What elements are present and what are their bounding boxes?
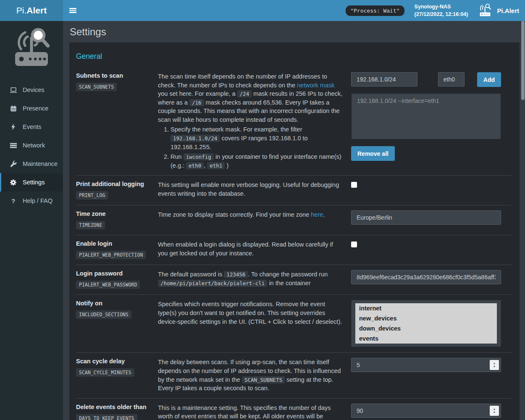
setting-control: ▲▼ xyxy=(351,404,511,420)
text-segment: ) xyxy=(225,162,228,169)
setting-description: The default password is 123456. To chang… xyxy=(158,270,351,289)
text-segment: Run xyxy=(171,153,184,160)
setting-control xyxy=(351,240,511,259)
number-spinner[interactable]: ▲▼ xyxy=(490,406,499,416)
inline-code: iwconfig xyxy=(184,153,214,160)
number-input-wrap: ▲▼ xyxy=(351,404,501,418)
inline-code: 192.168.1.0/24 xyxy=(171,135,220,142)
number-input[interactable] xyxy=(351,404,501,418)
sidebar-item-events[interactable]: Events xyxy=(0,118,63,136)
setting-label-column: Time zoneTIMEZONE xyxy=(76,210,158,229)
text-input[interactable] xyxy=(351,210,501,225)
question-icon: ? xyxy=(9,197,17,205)
settings-row: Scan cycle delaySCAN_CYCLE_MINUTESThe de… xyxy=(76,352,511,398)
setting-code-badge: SCAN_CYCLE_MINUTES xyxy=(76,368,134,377)
setting-description: When enabled a login dialog is displayed… xyxy=(158,240,351,259)
brand-prefix: Pi. xyxy=(16,5,27,16)
inline-link[interactable]: here xyxy=(311,211,323,218)
sidebar-item-maintenance[interactable]: Maintenance xyxy=(0,155,63,173)
text-segment: Specifies which events trigger notificat… xyxy=(158,301,342,325)
settings-row: Notify onINCLUDED_SECTIONSSpecifies whic… xyxy=(76,294,511,352)
setting-control: internetnew_devicesdown_devicesevents xyxy=(351,300,511,347)
sidebar-item-label: Settings xyxy=(23,179,45,186)
scrollbar-thumb[interactable] xyxy=(521,21,525,100)
setting-label-column: Subnets to scanSCAN_SUBNETS xyxy=(76,72,158,170)
setting-label-column: Notify onINCLUDED_SECTIONS xyxy=(76,300,158,347)
nav-app-brand: Pi.Alert xyxy=(478,3,519,18)
subnet-input[interactable] xyxy=(351,72,417,87)
number-spinner[interactable]: ▲▼ xyxy=(490,360,499,370)
multiselect-option[interactable]: events xyxy=(355,333,497,344)
remove-all-button[interactable]: Remove all xyxy=(351,146,395,161)
main-content: Settings GeneralSubnets to scanSCAN_SUBN… xyxy=(63,0,525,420)
text-segment: in the container xyxy=(267,280,310,286)
multiselect-option[interactable]: new_devices xyxy=(355,313,497,323)
page-title: Settings xyxy=(63,21,525,42)
text-segment: The default password is xyxy=(158,271,224,278)
inline-code: 123456 xyxy=(224,271,248,278)
setting-description: Specifies which events trigger notificat… xyxy=(158,300,351,347)
spinner-up-icon: ▲ xyxy=(493,362,496,365)
setting-control xyxy=(351,181,511,200)
spinner-up-icon: ▲ xyxy=(493,407,496,411)
inline-code: /home/pi/pialert/back/pialert-cli xyxy=(158,280,267,287)
setting-control xyxy=(351,210,511,229)
brand-logo[interactable]: Pi.Alert xyxy=(0,0,63,21)
sidebar-item-network[interactable]: Network xyxy=(0,136,63,155)
sidebar-item-presence[interactable]: Presence xyxy=(0,99,63,118)
settings-row: Subnets to scanSCAN_SUBNETSThe scan time… xyxy=(76,67,511,175)
setting-description: This is a maintenance setting. This spec… xyxy=(158,404,351,420)
spinner-down-icon: ▼ xyxy=(493,411,496,414)
text-input[interactable] xyxy=(351,270,501,284)
number-input-wrap: ▲▼ xyxy=(351,358,501,372)
inline-code: SCAN_SUBNETS xyxy=(242,376,285,383)
multiselect-option[interactable]: internet xyxy=(355,303,497,313)
inline-link[interactable]: network mask xyxy=(297,82,334,89)
app-root: Pi.Alert "Process: Wait" Synology-NAS (2… xyxy=(0,0,525,420)
number-input[interactable] xyxy=(351,358,501,372)
sidebar-toggle-button[interactable] xyxy=(63,0,82,21)
settings-row: Print additional loggingPRINT_LOGThis se… xyxy=(76,175,511,205)
text-segment: . To change the password run xyxy=(248,271,328,278)
process-status-badge[interactable]: "Process: Wait" xyxy=(346,5,404,16)
inline-code: /24 xyxy=(237,90,252,97)
hamburger-icon xyxy=(69,7,76,14)
checkbox[interactable] xyxy=(351,182,357,188)
setting-instruction-item: Specify the network mask. For example, t… xyxy=(171,125,344,151)
top-navbar: Pi.Alert "Process: Wait" Synology-NAS (2… xyxy=(0,0,525,21)
section-title: General xyxy=(76,45,511,67)
subnet-list-item[interactable]: 192.168.1.0/24 --interface=eth1 xyxy=(357,97,495,104)
network-bars-icon xyxy=(9,142,17,149)
setting-label-column: Enable loginPIALERT_WEB_PROTECTION xyxy=(76,240,158,259)
scrollbar-track[interactable] xyxy=(521,21,525,420)
subnet-list[interactable]: 192.168.1.0/24 --interface=eth1 xyxy=(351,93,501,139)
setting-label: Subnets to scan xyxy=(76,72,158,79)
sidebar-item-help[interactable]: ? Help / FAQ xyxy=(0,192,63,210)
setting-label: Enable login xyxy=(76,240,158,247)
text-segment: Time zone to display stats correctly. Fi… xyxy=(158,211,311,218)
text-segment: This is a maintenance setting. This spec… xyxy=(158,404,331,420)
sidebar-item-label: Help / FAQ xyxy=(23,197,52,204)
setting-code-badge: SCAN_SUBNETS xyxy=(76,83,117,91)
device-info: Synology-NAS (27/12/2022, 12:16:04) xyxy=(415,3,468,18)
sidebar-item-label: Events xyxy=(23,123,41,130)
text-segment: This setting will enable more verbose lo… xyxy=(158,181,339,197)
setting-control xyxy=(351,270,511,289)
add-subnet-button[interactable]: Add xyxy=(477,72,501,87)
bolt-icon xyxy=(9,123,17,130)
laptop-icon xyxy=(9,87,17,93)
setting-code-badge: DAYS_TO_KEEP_EVENTS xyxy=(76,414,137,420)
multiselect-option[interactable]: down_devices xyxy=(355,323,497,333)
sidebar-item-devices[interactable]: Devices xyxy=(0,81,63,99)
notify-multiselect[interactable]: internetnew_devicesdown_devicesevents xyxy=(351,300,501,347)
sidebar-item-settings[interactable]: Settings xyxy=(0,173,63,192)
setting-description: Time zone to display stats correctly. Fi… xyxy=(158,210,351,229)
setting-label: Login password xyxy=(76,270,158,277)
setting-code-badge: PIALERT_WEB_PASSWORD xyxy=(76,281,140,289)
setting-control: Add192.168.1.0/24 --interface=eth1Remove… xyxy=(351,72,511,170)
settings-panels: GeneralSubnets to scanSCAN_SUBNETSThe sc… xyxy=(63,42,525,420)
checkbox[interactable] xyxy=(351,242,357,247)
interface-input[interactable] xyxy=(438,72,465,87)
navbar-right: "Process: Wait" Synology-NAS (27/12/2022… xyxy=(346,0,525,21)
subnet-input-row: Add xyxy=(351,72,501,87)
